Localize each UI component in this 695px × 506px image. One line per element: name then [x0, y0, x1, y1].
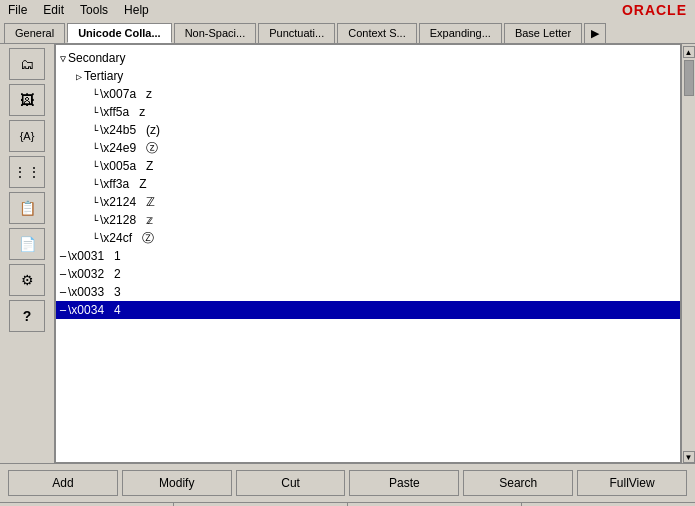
tab-unicode-colla[interactable]: Unicode Colla...	[67, 23, 172, 43]
oracle-logo: ORACLE	[622, 2, 687, 18]
line-icon-x0034: ─	[60, 305, 66, 316]
toolbar-btn-dots[interactable]: ⋮⋮	[9, 156, 45, 188]
tree-label-x0032: \x0032 2	[68, 267, 121, 281]
toolbar-btn-document[interactable]: 📄	[9, 228, 45, 260]
tree-node-x2124[interactable]: └ \x2124 ℤ	[56, 193, 680, 211]
tree-label-x0034: \x0034 4	[68, 303, 121, 317]
toolbar-btn-brackets[interactable]: {A}	[9, 120, 45, 152]
modify-button[interactable]: Modify	[122, 470, 232, 496]
tab-general[interactable]: General	[4, 23, 65, 43]
menu-file[interactable]: File	[4, 2, 31, 18]
tree-label-tertiary: Tertiary	[84, 69, 123, 83]
status-bar: Filename: lx31001.nlb Category: Multilin…	[0, 502, 695, 506]
cut-button[interactable]: Cut	[236, 470, 346, 496]
toolbar-btn-help[interactable]: ?	[9, 300, 45, 332]
tree-label-secondary: Secondary	[68, 51, 125, 65]
tree-node-x24cf[interactable]: └ \x24cf Ⓩ	[56, 229, 680, 247]
tree-label-xff3a: \xff3a Z	[100, 177, 146, 191]
fullview-button[interactable]: FullView	[577, 470, 687, 496]
tree-node-x2128[interactable]: └ \x2128 𝕫	[56, 211, 680, 229]
tree-node-xff5a[interactable]: └ \xff5a z	[56, 103, 680, 121]
tree-label-x005a: \x005a Z	[100, 159, 153, 173]
line-icon-x007a: └	[92, 89, 98, 100]
scroll-thumb[interactable]	[684, 60, 694, 96]
tree-node-secondary[interactable]: ▽ Secondary	[56, 49, 680, 67]
line-icon-x005a: └	[92, 161, 98, 172]
tab-punctuati[interactable]: Punctuati...	[258, 23, 335, 43]
scroll-track	[683, 58, 695, 451]
menu-bar: File Edit Tools Help ORACLE	[0, 0, 695, 20]
left-toolbar: 🗂 🖼 {A} ⋮⋮ 📋 📄 ⚙ ?	[0, 44, 55, 463]
tree-node-tertiary[interactable]: ▷ Tertiary	[56, 67, 680, 85]
tree-node-x0034[interactable]: ─ \x0034 4	[56, 301, 680, 319]
tree-node-x0031[interactable]: ─ \x0031 1	[56, 247, 680, 265]
menu-help[interactable]: Help	[120, 2, 153, 18]
tree-area: ▽ Secondary ▷ Tertiary └ \x007a z └ \xff…	[55, 44, 681, 463]
paste-button[interactable]: Paste	[349, 470, 459, 496]
toolbar-btn-gear[interactable]: ⚙	[9, 264, 45, 296]
tree-node-x005a[interactable]: └ \x005a Z	[56, 157, 680, 175]
tree-label-x007a: \x007a z	[100, 87, 152, 101]
tree-label-x24cf: \x24cf Ⓩ	[100, 230, 154, 247]
expand-icon-tertiary: ▷	[76, 71, 82, 82]
tabs-row: General Unicode Colla... Non-Spaci... Pu…	[0, 20, 695, 43]
line-icon-x0031: ─	[60, 251, 66, 262]
tree-label-x2124: \x2124 ℤ	[100, 195, 155, 209]
tree-node-x24b5[interactable]: └ \x24b5 (z)	[56, 121, 680, 139]
tab-non-spaci[interactable]: Non-Spaci...	[174, 23, 257, 43]
tree-label-x2128: \x2128 𝕫	[100, 213, 153, 227]
line-icon-x2124: └	[92, 197, 98, 208]
main-area: 🗂 🖼 {A} ⋮⋮ 📋 📄 ⚙ ? ▽ Secondary ▷ Tertiar…	[0, 43, 695, 463]
tab-base-letter[interactable]: Base Letter	[504, 23, 582, 43]
line-icon-xff3a: └	[92, 179, 98, 190]
tree-node-x0033[interactable]: ─ \x0033 3	[56, 283, 680, 301]
tree-node-x0032[interactable]: ─ \x0032 2	[56, 265, 680, 283]
tree-label-x24b5: \x24b5 (z)	[100, 123, 160, 137]
tab-expanding[interactable]: Expanding...	[419, 23, 502, 43]
expand-icon-secondary: ▽	[60, 53, 66, 64]
line-icon-x24e9: └	[92, 143, 98, 154]
tree-label-x0033: \x0033 3	[68, 285, 121, 299]
line-icon-x0032: ─	[60, 269, 66, 280]
line-icon-x24cf: └	[92, 233, 98, 244]
line-icon-x2128: └	[92, 215, 98, 226]
scroll-down-btn[interactable]: ▼	[683, 451, 695, 463]
bottom-buttons: Add Modify Cut Paste Search FullView	[0, 463, 695, 502]
search-button[interactable]: Search	[463, 470, 573, 496]
tree-node-x007a[interactable]: └ \x007a z	[56, 85, 680, 103]
scrollbar[interactable]: ▲ ▼	[681, 44, 695, 463]
menu-edit[interactable]: Edit	[39, 2, 68, 18]
line-icon-x24b5: └	[92, 125, 98, 136]
menu-items: File Edit Tools Help	[4, 2, 153, 18]
tree-label-xff5a: \xff5a z	[100, 105, 145, 119]
add-button[interactable]: Add	[8, 470, 118, 496]
tree-node-xff3a[interactable]: └ \xff3a Z	[56, 175, 680, 193]
line-icon-xff5a: └	[92, 107, 98, 118]
tree-node-x24e9[interactable]: └ \x24e9 ⓩ	[56, 139, 680, 157]
line-icon-x0033: ─	[60, 287, 66, 298]
toolbar-btn-folder[interactable]: 🗂	[9, 48, 45, 80]
tree-label-x0031: \x0031 1	[68, 249, 121, 263]
scroll-up-btn[interactable]: ▲	[683, 46, 695, 58]
tree-label-x24e9: \x24e9 ⓩ	[100, 140, 158, 157]
tab-context-s[interactable]: Context S...	[337, 23, 416, 43]
tab-overflow[interactable]: ▶	[584, 23, 606, 43]
toolbar-btn-clipboard[interactable]: 📋	[9, 192, 45, 224]
menu-tools[interactable]: Tools	[76, 2, 112, 18]
toolbar-btn-image[interactable]: 🖼	[9, 84, 45, 116]
